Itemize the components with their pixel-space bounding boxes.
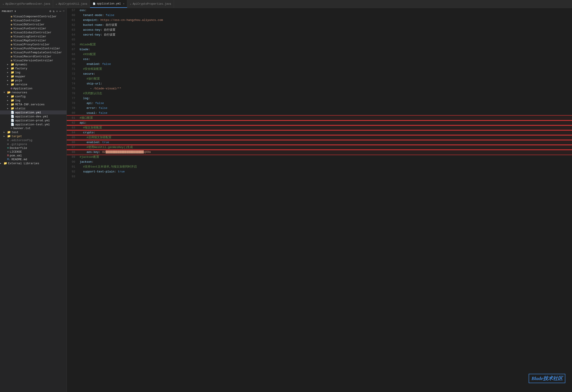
- line-content: #XSS配置: [78, 52, 572, 57]
- tree-item-visual-component[interactable]: ◉ VisualComponentController: [0, 15, 66, 18]
- tree-item-visual-push-channel[interactable]: ◉ VisualPushChannelController: [0, 46, 66, 50]
- git-icon: ⊙: [7, 138, 9, 142]
- tree-item-service[interactable]: ▶ 📁 service: [0, 82, 66, 87]
- line-number: 90: [67, 160, 78, 165]
- java-icon: ☕: [3, 3, 4, 5]
- folder-icon: 📁: [11, 71, 14, 74]
- code-table: 57oss:60 tenant-mode: false61 endpoint: …: [67, 8, 572, 179]
- line-number: 88: [67, 150, 78, 155]
- line-content: oss:: [78, 8, 572, 13]
- line-number: 85: [67, 135, 78, 140]
- tab-api-crypto-util[interactable]: ☕ ApiCryptoUtil.java: [53, 0, 90, 8]
- tree-item-application[interactable]: ⚙ Application: [0, 87, 66, 90]
- tree-item-application-dev[interactable]: 📄 application-dev.yml: [0, 114, 66, 119]
- tab-api-crypto-props[interactable]: ☕ ApiCryptoProperties.java: [127, 0, 174, 8]
- tree-item-visual-db[interactable]: ◉ VisualDbController: [0, 22, 66, 27]
- line-content: #关闭默认日志: [78, 91, 572, 96]
- folder-icon: 📁: [7, 130, 11, 134]
- tree-label: VisualRecordController: [13, 55, 52, 58]
- sidebar: Project ∨ ⊕ ⇅ ✕ ⋯ − ◉ VisualComponentCon…: [0, 8, 67, 392]
- line-content: #使用AesUtil.genAesKey()生成: [78, 145, 572, 150]
- tree-label: VisualLogController: [13, 35, 46, 38]
- tab-close-icon[interactable]: ✕: [123, 2, 124, 5]
- tab-api-decrypt[interactable]: ☕ ApiDecryptParamResolver.java: [0, 0, 53, 8]
- tree-item-visual-global[interactable]: ◉ VisualGlobalController: [0, 30, 66, 34]
- close-icon[interactable]: ✕: [56, 9, 58, 13]
- line-number: 80: [67, 111, 78, 116]
- line-content: secure:: [78, 72, 572, 76]
- expand-icon[interactable]: ⇅: [53, 9, 55, 13]
- tree-item-log[interactable]: ▶ 📁 log: [0, 70, 66, 75]
- tree-label: VisualPushTemplateController: [13, 51, 62, 54]
- more-icon[interactable]: ⋯: [59, 9, 61, 13]
- class-icon: ◉: [11, 43, 13, 46]
- line-content: skip-url:: [78, 81, 572, 86]
- line-number: 61: [67, 18, 78, 23]
- tree-item-static[interactable]: ▶ 📁 static: [0, 106, 66, 110]
- tree-item-application-prod[interactable]: 📄 application-prod.yml: [0, 119, 66, 122]
- tree-item-visual-push-template[interactable]: ◉ VisualPushTemplateController: [0, 50, 66, 54]
- line-number: 92: [67, 169, 78, 174]
- tree-item-visual-record[interactable]: ◉ VisualRecordController: [0, 54, 66, 59]
- tree-item-external-libraries[interactable]: ▶ 📁 External Libraries: [0, 161, 66, 165]
- tab-label: ApiCryptoUtil.java: [59, 2, 87, 6]
- tree-label: application-dev.yml: [15, 115, 48, 118]
- arrow: ▶: [7, 99, 11, 102]
- docker-icon: ≡: [7, 146, 9, 150]
- line-number: 81: [67, 116, 78, 121]
- folder-icon: 📁: [11, 103, 14, 106]
- folder-icon: 📁: [11, 99, 14, 102]
- yaml-icon: 📄: [11, 123, 14, 126]
- tree-item-application-test[interactable]: 📄 application-test.yml: [0, 122, 66, 126]
- class-icon: ◉: [11, 51, 13, 54]
- arrow: ▶: [7, 67, 11, 70]
- tree-item-config[interactable]: ▶ 📁 config: [0, 94, 66, 98]
- tree-item-visual-map[interactable]: ◉ VisualMapController: [0, 38, 66, 43]
- java-icon: ☕: [130, 3, 131, 5]
- line-number: 73: [67, 76, 78, 81]
- tree-item-test[interactable]: ▶ 📁 test: [0, 130, 66, 134]
- line-number: 71: [67, 67, 78, 72]
- tree-item-readme[interactable]: M↓ README.md: [0, 158, 66, 161]
- yaml-icon: 📄: [11, 111, 14, 114]
- tree-label: META-INF.services: [15, 103, 45, 106]
- tree-item-dockerfile[interactable]: ≡ Dockerfile: [0, 146, 66, 150]
- minus-icon[interactable]: −: [63, 9, 65, 13]
- arrow: ▶: [0, 162, 3, 165]
- tree-label: pom.xml: [10, 154, 22, 157]
- tree-item-visual-proxy[interactable]: ◉ VisualProxyController: [0, 43, 66, 46]
- line-number: 78: [67, 101, 78, 106]
- line-content: enabled: false: [78, 62, 572, 67]
- tree-item-visual-fun[interactable]: ◉ VisualFunController: [0, 27, 66, 30]
- tree-item-mapper[interactable]: ▶ 📁 mapper: [0, 75, 66, 78]
- tree-item-visual-version[interactable]: ◉ VisualVersionController: [0, 59, 66, 62]
- code-scroll[interactable]: 57oss:60 tenant-mode: false61 endpoint: …: [67, 8, 572, 392]
- line-number: 76: [67, 91, 78, 96]
- git-icon: ⊘: [7, 142, 9, 146]
- folder-icon: 📁: [11, 107, 14, 110]
- class-icon: ◉: [11, 31, 13, 34]
- tree-label: banner.txt: [13, 127, 31, 130]
- tree-item-log2[interactable]: ▶ 📁 log: [0, 98, 66, 103]
- tree-item-banner[interactable]: ≡ banner.txt: [0, 126, 66, 130]
- tree-item-dynamic[interactable]: ▶ 📁 dynamic: [0, 62, 66, 66]
- tree-item-gitignore[interactable]: ⊘ .gitignore: [0, 142, 66, 146]
- tree-item-application-yml[interactable]: 📄 application.yml: [0, 110, 66, 114]
- tree-item-license[interactable]: ≡ LICENSE: [0, 150, 66, 154]
- locate-icon[interactable]: ⊕: [49, 9, 51, 13]
- tree-item-resources[interactable]: ▼ 📂 resources: [0, 90, 66, 94]
- line-number: 63: [67, 28, 78, 32]
- tree-item-pom[interactable]: M pom.xml: [0, 154, 66, 158]
- tree-item-visual-controller[interactable]: ◉ VisualController: [0, 18, 66, 22]
- line-content: api: false: [78, 101, 572, 106]
- tab-application-yml[interactable]: 📄 application.yml ✕: [90, 0, 127, 8]
- arrow: ▶: [7, 95, 11, 98]
- tree-item-pojo[interactable]: ▶ 📁 pojo: [0, 78, 66, 82]
- tree-item-editorconfig[interactable]: ⊙ .editorconfig: [0, 138, 66, 142]
- tree-label: pojo: [15, 79, 22, 82]
- tree-item-visual-log[interactable]: ◉ VisualLogController: [0, 34, 66, 38]
- arrow: ▶: [7, 107, 11, 110]
- tree-item-target[interactable]: ▶ 📁 target: [0, 134, 66, 138]
- tree-item-factory[interactable]: ▶ 📁 factory: [0, 66, 66, 70]
- tree-item-meta-inf[interactable]: ▶ 📁 META-INF.services: [0, 103, 66, 106]
